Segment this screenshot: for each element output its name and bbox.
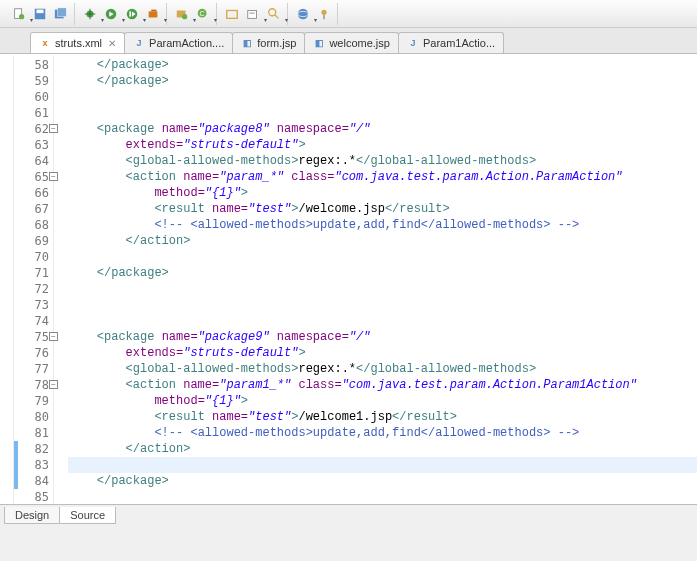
tab-label: struts.xml: [55, 37, 102, 49]
line-number[interactable]: 82: [14, 441, 49, 457]
new-class-button[interactable]: C: [193, 4, 213, 24]
code-line[interactable]: [68, 297, 697, 313]
line-number[interactable]: 59: [14, 73, 49, 89]
save-all-button[interactable]: [51, 4, 71, 24]
line-number[interactable]: 80: [14, 409, 49, 425]
code-line[interactable]: <package name="package8" namespace="/": [68, 121, 697, 137]
fold-toggle-icon[interactable]: −: [49, 172, 58, 181]
save-button[interactable]: [30, 4, 50, 24]
line-number[interactable]: 81: [14, 425, 49, 441]
editor-tabbar: xstruts.xml✕JParamAction....◧form.jsp◧we…: [0, 28, 697, 54]
editor-bottom-tabs: Design Source: [0, 504, 697, 526]
search-button[interactable]: [264, 4, 284, 24]
java-file-icon: J: [133, 37, 145, 49]
svg-point-27: [321, 9, 326, 14]
line-number[interactable]: 66: [14, 185, 49, 201]
fold-toggle-icon[interactable]: −: [49, 380, 58, 389]
java-file-icon: J: [407, 37, 419, 49]
svg-text:C: C: [200, 9, 205, 16]
line-number[interactable]: 68: [14, 217, 49, 233]
line-number[interactable]: 85: [14, 489, 49, 505]
close-icon[interactable]: ✕: [108, 38, 116, 49]
editor-tab[interactable]: JParam1Actio...: [398, 32, 504, 53]
line-number[interactable]: 70: [14, 249, 49, 265]
svg-marker-15: [151, 9, 156, 11]
open-type-button[interactable]: [222, 4, 242, 24]
editor-tab[interactable]: ◧welcome.jsp: [304, 32, 399, 53]
svg-rect-5: [58, 7, 67, 16]
open-task-button[interactable]: [243, 4, 263, 24]
fold-toggle-icon[interactable]: −: [49, 332, 58, 341]
svg-point-1: [19, 14, 24, 19]
code-line[interactable]: [68, 105, 697, 121]
code-line[interactable]: [68, 457, 697, 473]
run-button[interactable]: [101, 4, 121, 24]
code-line[interactable]: [68, 249, 697, 265]
code-line[interactable]: extends="struts-default">: [68, 137, 697, 153]
line-number[interactable]: 79: [14, 393, 49, 409]
overview-ruler: [0, 55, 14, 504]
code-area[interactable]: </package> </package> <package name="pac…: [54, 55, 697, 504]
code-line[interactable]: [68, 313, 697, 329]
line-number[interactable]: 73: [14, 297, 49, 313]
browser-button[interactable]: [293, 4, 313, 24]
line-number[interactable]: 63: [14, 137, 49, 153]
source-tab[interactable]: Source: [59, 507, 116, 524]
design-tab[interactable]: Design: [4, 507, 60, 524]
line-number[interactable]: 84: [14, 473, 49, 489]
jsp-file-icon: ◧: [241, 37, 253, 49]
code-line[interactable]: <global-allowed-methods>regex:.*</global…: [68, 153, 697, 169]
code-line[interactable]: [68, 489, 697, 504]
line-number[interactable]: 83: [14, 457, 49, 473]
external-tools-button[interactable]: [143, 4, 163, 24]
line-number[interactable]: 62−: [14, 121, 49, 137]
code-line[interactable]: </action>: [68, 441, 697, 457]
line-number[interactable]: 67: [14, 201, 49, 217]
line-number[interactable]: 75−: [14, 329, 49, 345]
code-line[interactable]: <package name="package9" namespace="/": [68, 329, 697, 345]
line-number[interactable]: 78−: [14, 377, 49, 393]
code-line[interactable]: </package>: [68, 473, 697, 489]
line-number[interactable]: 58: [14, 57, 49, 73]
change-marker: [14, 457, 18, 473]
code-line[interactable]: [68, 281, 697, 297]
line-number[interactable]: 61: [14, 105, 49, 121]
line-number[interactable]: 60: [14, 89, 49, 105]
line-number[interactable]: 69: [14, 233, 49, 249]
line-number[interactable]: 65−: [14, 169, 49, 185]
code-line[interactable]: extends="struts-default">: [68, 345, 697, 361]
line-number[interactable]: 76: [14, 345, 49, 361]
line-number[interactable]: 74: [14, 313, 49, 329]
code-line[interactable]: <result name="test">/welcome.jsp</result…: [68, 201, 697, 217]
code-line[interactable]: [68, 89, 697, 105]
code-line[interactable]: <action name="param1_*" class="com.java.…: [68, 377, 697, 393]
fold-toggle-icon[interactable]: −: [49, 124, 58, 133]
code-line[interactable]: <result name="test">/welcome1.jsp</resul…: [68, 409, 697, 425]
code-line[interactable]: </action>: [68, 233, 697, 249]
code-line[interactable]: </package>: [68, 265, 697, 281]
code-line[interactable]: </package>: [68, 73, 697, 89]
code-line[interactable]: <!-- <allowed-methods>update,add,find</a…: [68, 425, 697, 441]
line-number[interactable]: 71: [14, 265, 49, 281]
line-gutter[interactable]: 5859606162−636465−66676869707172737475−7…: [14, 55, 54, 504]
line-number[interactable]: 64: [14, 153, 49, 169]
code-line[interactable]: <action name="param_*" class="com.java.t…: [68, 169, 697, 185]
svg-point-23: [269, 8, 276, 15]
editor-tab[interactable]: ◧form.jsp: [232, 32, 305, 53]
code-line[interactable]: method="{1}">: [68, 393, 697, 409]
run-last-button[interactable]: [122, 4, 142, 24]
change-marker: [14, 441, 18, 457]
line-number[interactable]: 77: [14, 361, 49, 377]
code-line[interactable]: </package>: [68, 57, 697, 73]
new-package-button[interactable]: [172, 4, 192, 24]
pin-button[interactable]: [314, 4, 334, 24]
new-button[interactable]: [9, 4, 29, 24]
line-number[interactable]: 72: [14, 281, 49, 297]
code-line[interactable]: method="{1}">: [68, 185, 697, 201]
code-line[interactable]: <global-allowed-methods>regex:.*</global…: [68, 361, 697, 377]
svg-rect-20: [227, 10, 238, 18]
code-line[interactable]: <!-- <allowed-methods>update,add,find</a…: [68, 217, 697, 233]
debug-button[interactable]: [80, 4, 100, 24]
editor-tab[interactable]: JParamAction....: [124, 32, 233, 53]
editor-tab[interactable]: xstruts.xml✕: [30, 32, 125, 53]
